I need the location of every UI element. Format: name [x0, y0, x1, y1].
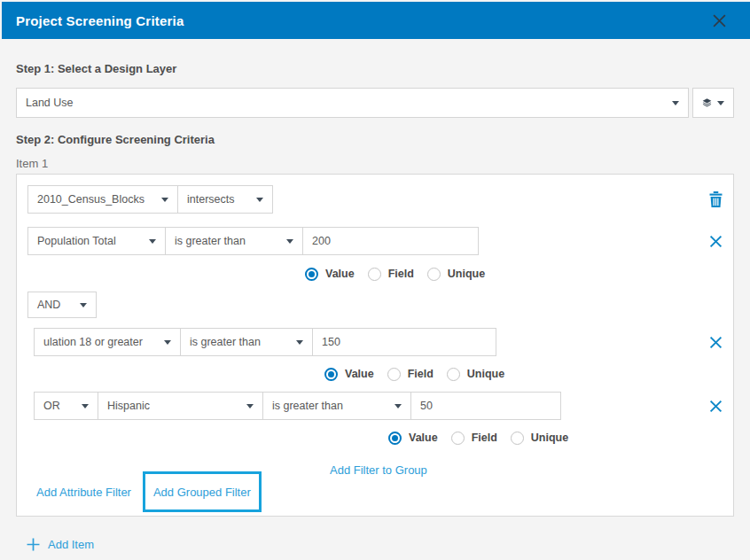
group-filter-value-input[interactable]: [410, 392, 561, 420]
group-filter-row: OR Hispanic is greater than: [34, 392, 723, 420]
chevron-down-icon: [161, 198, 168, 202]
layers-icon: [702, 97, 712, 109]
radio-icon[interactable]: [387, 368, 401, 381]
group-filter-field-select[interactable]: ulation 18 or greater: [34, 328, 181, 356]
add-grouped-filter-link[interactable]: Add Grouped Filter: [153, 486, 251, 499]
radio-icon[interactable]: [511, 432, 524, 445]
radio-option-value[interactable]: Value: [388, 432, 438, 445]
filter-field-value: Population Total: [37, 235, 116, 247]
filter-field-select[interactable]: Population Total: [27, 227, 166, 255]
filter-operator-value: is greater than: [175, 235, 246, 247]
project-screening-dialog: Project Screening Criteria Step 1: Selec…: [0, 2, 750, 551]
chevron-down-icon: [80, 303, 87, 307]
remove-filter-icon[interactable]: [709, 336, 723, 349]
group-filter-field-select[interactable]: Hispanic: [98, 392, 263, 420]
add-item-button[interactable]: Add Item: [27, 538, 734, 551]
radio-label[interactable]: Value: [325, 268, 355, 280]
radio-icon[interactable]: [427, 268, 441, 281]
radio-option-value[interactable]: Value: [324, 368, 374, 381]
filter-mode-radio-group: Value Field Unique: [305, 267, 723, 281]
filter-conjunction-value: OR: [43, 400, 60, 412]
step2-label: Step 2: Configure Screening Criteria: [16, 133, 734, 146]
radio-option-unique[interactable]: Unique: [447, 368, 504, 381]
filter-conjunction-select[interactable]: OR: [34, 392, 98, 420]
filter-mode-radio-group: Value Field Unique: [388, 431, 723, 445]
radio-icon[interactable]: [451, 432, 465, 445]
group-filter-row: ulation 18 or greater is greater than: [34, 328, 723, 356]
design-layer-value: Land Use: [26, 97, 74, 109]
group-conjunction-value: AND: [37, 299, 60, 311]
group-filter-field-value: ulation 18 or greater: [43, 336, 143, 348]
layer-list-button[interactable]: [692, 88, 734, 118]
attribute-filter-row: Population Total is greater than: [27, 227, 723, 255]
group-filter-operator-select[interactable]: is greater than: [262, 392, 411, 420]
design-layer-select[interactable]: Land Use: [16, 88, 689, 118]
chevron-down-icon: [256, 198, 263, 202]
group-filter-operator-value: is greater than: [190, 336, 261, 348]
radio-icon[interactable]: [447, 368, 460, 381]
radio-label[interactable]: Unique: [467, 368, 504, 380]
criteria-layer-value: 2010_Census_Blocks: [37, 193, 145, 206]
group-filter-operator-select[interactable]: is greater than: [180, 328, 313, 356]
radio-selected-icon[interactable]: [324, 368, 338, 381]
radio-icon[interactable]: [368, 268, 381, 281]
radio-option-field[interactable]: Field: [451, 432, 497, 445]
chevron-down-icon: [82, 404, 89, 408]
spatial-operator-select[interactable]: intersects: [177, 185, 273, 214]
layer-operator-row: 2010_Census_Blocks intersects: [27, 185, 723, 214]
radio-label[interactable]: Value: [409, 432, 438, 444]
radio-label[interactable]: Unique: [531, 432, 568, 444]
radio-label[interactable]: Value: [345, 368, 374, 380]
radio-option-field[interactable]: Field: [368, 268, 414, 281]
radio-label[interactable]: Unique: [448, 268, 485, 280]
radio-label[interactable]: Field: [388, 268, 414, 280]
chevron-down-icon: [296, 340, 303, 345]
panel-footer-links: Add Attribute Filter Add Grouped Filter: [36, 471, 723, 512]
dialog-title: Project Screening Criteria: [16, 13, 184, 28]
radio-selected-icon[interactable]: [388, 432, 402, 445]
dialog-header: Project Screening Criteria: [2, 2, 750, 39]
close-icon[interactable]: [712, 13, 727, 28]
chevron-down-icon: [149, 239, 156, 244]
item-1-panel: 2010_Census_Blocks intersects: [16, 174, 734, 517]
chevron-down-icon: [286, 239, 293, 244]
dialog-body: Step 1: Select a Design Layer Land Use S…: [0, 62, 750, 551]
add-filter-to-group-link[interactable]: Add Filter to Group: [330, 463, 427, 477]
add-item-label[interactable]: Add Item: [48, 538, 94, 551]
radio-selected-icon[interactable]: [305, 268, 318, 281]
plus-icon: [27, 538, 40, 551]
spatial-operator-value: intersects: [187, 193, 235, 206]
radio-option-unique[interactable]: Unique: [511, 432, 568, 445]
remove-filter-icon[interactable]: [709, 400, 723, 413]
filter-mode-radio-group: Value Field Unique: [324, 367, 723, 381]
chevron-down-icon: [717, 101, 724, 105]
chevron-down-icon: [164, 340, 171, 345]
remove-filter-icon[interactable]: [709, 235, 723, 248]
criteria-layer-select[interactable]: 2010_Census_Blocks: [27, 185, 178, 214]
radio-option-unique[interactable]: Unique: [427, 268, 485, 281]
filter-value-input[interactable]: [302, 227, 479, 255]
chevron-down-icon: [395, 404, 402, 408]
group-filter-field-value: Hispanic: [107, 400, 150, 412]
step1-label: Step 1: Select a Design Layer: [16, 62, 734, 75]
add-grouped-filter-highlight: Add Grouped Filter: [143, 471, 262, 512]
trash-icon[interactable]: [709, 191, 723, 207]
group-filter-operator-value: is greater than: [272, 400, 343, 412]
group-conjunction-select[interactable]: AND: [27, 292, 97, 318]
chevron-down-icon: [672, 101, 679, 105]
chevron-down-icon: [246, 404, 254, 408]
design-layer-row: Land Use: [16, 88, 734, 118]
item-1-label: Item 1: [16, 157, 734, 170]
radio-option-field[interactable]: Field: [387, 368, 434, 381]
radio-option-value[interactable]: Value: [305, 268, 355, 281]
add-attribute-filter-link[interactable]: Add Attribute Filter: [36, 486, 131, 499]
radio-label[interactable]: Field: [472, 432, 497, 444]
group-filter-value-input[interactable]: [312, 328, 496, 356]
filter-operator-select[interactable]: is greater than: [165, 227, 303, 255]
radio-label[interactable]: Field: [408, 368, 434, 380]
